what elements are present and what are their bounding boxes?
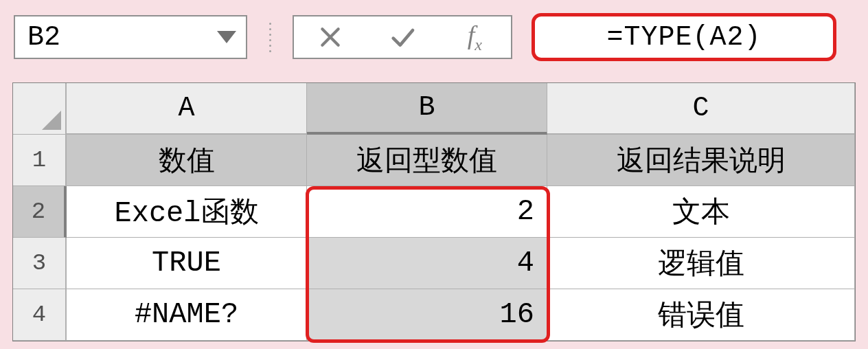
cell-B2[interactable]: 2 <box>307 186 547 238</box>
cell-C1[interactable]: 返回结果说明 <box>547 135 855 186</box>
row-2: 2 Excel函数 2 文本 <box>13 186 855 238</box>
formula-bar: B2 fx =TYPE(A2) <box>0 0 868 65</box>
col-header-C[interactable]: C <box>547 83 855 135</box>
row-header-1[interactable]: 1 <box>13 135 67 186</box>
row-3: 3 TRUE 4 逻辑值 <box>13 238 855 289</box>
dropdown-icon[interactable] <box>217 31 236 43</box>
select-all-button[interactable] <box>13 83 67 135</box>
name-box[interactable]: B2 <box>14 15 247 59</box>
row-header-2[interactable]: 2 <box>13 186 67 238</box>
formula-buttons: fx <box>293 15 512 59</box>
cell-A3[interactable]: TRUE <box>67 238 307 289</box>
cell-B4[interactable]: 16 <box>307 289 547 341</box>
cell-C4[interactable]: 错误值 <box>547 289 855 341</box>
row-1: 1 数值 返回型数值 返回结果说明 <box>13 135 855 186</box>
row-4: 4 #NAME? 16 错误值 <box>13 289 855 341</box>
cell-B3[interactable]: 4 <box>307 238 547 289</box>
accept-button[interactable] <box>366 16 438 58</box>
cell-reference: B2 <box>27 22 60 53</box>
cell-A4[interactable]: #NAME? <box>67 289 307 341</box>
cell-C2[interactable]: 文本 <box>547 186 855 238</box>
cancel-button[interactable] <box>294 16 366 58</box>
cell-C3[interactable]: 逻辑值 <box>547 238 855 289</box>
resize-grip-icon[interactable] <box>264 23 276 52</box>
fx-icon: fx <box>468 20 482 54</box>
col-header-B[interactable]: B <box>307 83 547 135</box>
cell-A1[interactable]: 数值 <box>67 135 307 186</box>
cancel-icon <box>317 23 344 51</box>
spreadsheet: A B C 1 数值 返回型数值 返回结果说明 2 Excel函数 2 文本 3… <box>12 82 856 341</box>
formula-input[interactable]: =TYPE(A2) <box>532 13 836 61</box>
row-header-3[interactable]: 3 <box>13 238 67 289</box>
column-header-row: A B C <box>13 83 855 135</box>
formula-text: =TYPE(A2) <box>606 22 761 53</box>
accept-icon <box>389 23 416 51</box>
cell-B1[interactable]: 返回型数值 <box>307 135 547 186</box>
cell-A2[interactable]: Excel函数 <box>67 186 307 238</box>
row-header-4[interactable]: 4 <box>13 289 67 341</box>
insert-function-button[interactable]: fx <box>439 16 511 58</box>
col-header-A[interactable]: A <box>67 83 307 135</box>
